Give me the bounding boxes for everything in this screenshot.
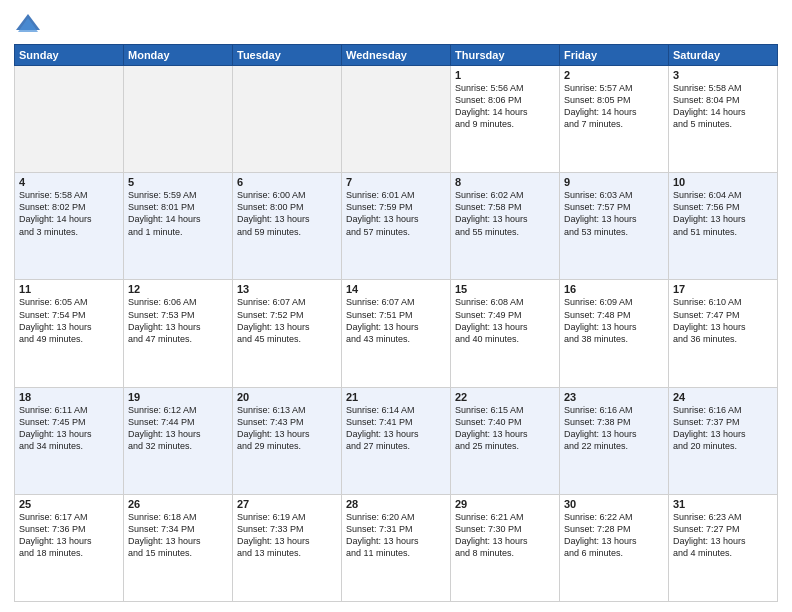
day-info: Sunrise: 6:20 AM Sunset: 7:31 PM Dayligh…: [346, 511, 446, 560]
day-info: Sunrise: 6:12 AM Sunset: 7:44 PM Dayligh…: [128, 404, 228, 453]
day-info: Sunrise: 6:17 AM Sunset: 7:36 PM Dayligh…: [19, 511, 119, 560]
page: SundayMondayTuesdayWednesdayThursdayFrid…: [0, 0, 792, 612]
day-number: 22: [455, 391, 555, 403]
calendar-table: SundayMondayTuesdayWednesdayThursdayFrid…: [14, 44, 778, 602]
day-number: 24: [673, 391, 773, 403]
calendar-cell: [233, 66, 342, 173]
day-info: Sunrise: 6:22 AM Sunset: 7:28 PM Dayligh…: [564, 511, 664, 560]
day-info: Sunrise: 5:59 AM Sunset: 8:01 PM Dayligh…: [128, 189, 228, 238]
day-number: 9: [564, 176, 664, 188]
day-info: Sunrise: 6:06 AM Sunset: 7:53 PM Dayligh…: [128, 296, 228, 345]
calendar-cell: 29Sunrise: 6:21 AM Sunset: 7:30 PM Dayli…: [451, 494, 560, 601]
logo-icon: [14, 10, 42, 38]
header: [14, 10, 778, 38]
day-number: 25: [19, 498, 119, 510]
day-info: Sunrise: 5:58 AM Sunset: 8:04 PM Dayligh…: [673, 82, 773, 131]
calendar-cell: 24Sunrise: 6:16 AM Sunset: 7:37 PM Dayli…: [669, 387, 778, 494]
day-number: 16: [564, 283, 664, 295]
calendar-cell: 3Sunrise: 5:58 AM Sunset: 8:04 PM Daylig…: [669, 66, 778, 173]
calendar-row-2: 4Sunrise: 5:58 AM Sunset: 8:02 PM Daylig…: [15, 173, 778, 280]
day-info: Sunrise: 6:11 AM Sunset: 7:45 PM Dayligh…: [19, 404, 119, 453]
calendar-cell: 2Sunrise: 5:57 AM Sunset: 8:05 PM Daylig…: [560, 66, 669, 173]
calendar-row-1: 1Sunrise: 5:56 AM Sunset: 8:06 PM Daylig…: [15, 66, 778, 173]
day-number: 28: [346, 498, 446, 510]
day-number: 3: [673, 69, 773, 81]
day-number: 14: [346, 283, 446, 295]
day-info: Sunrise: 5:56 AM Sunset: 8:06 PM Dayligh…: [455, 82, 555, 131]
day-info: Sunrise: 6:00 AM Sunset: 8:00 PM Dayligh…: [237, 189, 337, 238]
day-number: 15: [455, 283, 555, 295]
day-info: Sunrise: 6:16 AM Sunset: 7:37 PM Dayligh…: [673, 404, 773, 453]
calendar-cell: [342, 66, 451, 173]
day-number: 19: [128, 391, 228, 403]
day-number: 30: [564, 498, 664, 510]
day-number: 18: [19, 391, 119, 403]
calendar-cell: 5Sunrise: 5:59 AM Sunset: 8:01 PM Daylig…: [124, 173, 233, 280]
day-number: 21: [346, 391, 446, 403]
calendar-cell: 25Sunrise: 6:17 AM Sunset: 7:36 PM Dayli…: [15, 494, 124, 601]
day-number: 31: [673, 498, 773, 510]
calendar-cell: 22Sunrise: 6:15 AM Sunset: 7:40 PM Dayli…: [451, 387, 560, 494]
weekday-header-wednesday: Wednesday: [342, 45, 451, 66]
day-number: 6: [237, 176, 337, 188]
day-info: Sunrise: 6:18 AM Sunset: 7:34 PM Dayligh…: [128, 511, 228, 560]
calendar-cell: 31Sunrise: 6:23 AM Sunset: 7:27 PM Dayli…: [669, 494, 778, 601]
day-number: 29: [455, 498, 555, 510]
calendar-row-5: 25Sunrise: 6:17 AM Sunset: 7:36 PM Dayli…: [15, 494, 778, 601]
calendar-cell: 8Sunrise: 6:02 AM Sunset: 7:58 PM Daylig…: [451, 173, 560, 280]
day-info: Sunrise: 6:04 AM Sunset: 7:56 PM Dayligh…: [673, 189, 773, 238]
day-info: Sunrise: 6:14 AM Sunset: 7:41 PM Dayligh…: [346, 404, 446, 453]
calendar-cell: 18Sunrise: 6:11 AM Sunset: 7:45 PM Dayli…: [15, 387, 124, 494]
calendar-row-3: 11Sunrise: 6:05 AM Sunset: 7:54 PM Dayli…: [15, 280, 778, 387]
calendar-cell: 21Sunrise: 6:14 AM Sunset: 7:41 PM Dayli…: [342, 387, 451, 494]
day-info: Sunrise: 6:10 AM Sunset: 7:47 PM Dayligh…: [673, 296, 773, 345]
calendar-cell: 15Sunrise: 6:08 AM Sunset: 7:49 PM Dayli…: [451, 280, 560, 387]
weekday-header-row: SundayMondayTuesdayWednesdayThursdayFrid…: [15, 45, 778, 66]
calendar-cell: 10Sunrise: 6:04 AM Sunset: 7:56 PM Dayli…: [669, 173, 778, 280]
logo: [14, 10, 46, 38]
weekday-header-saturday: Saturday: [669, 45, 778, 66]
calendar-cell: 9Sunrise: 6:03 AM Sunset: 7:57 PM Daylig…: [560, 173, 669, 280]
weekday-header-friday: Friday: [560, 45, 669, 66]
calendar-cell: 20Sunrise: 6:13 AM Sunset: 7:43 PM Dayli…: [233, 387, 342, 494]
weekday-header-sunday: Sunday: [15, 45, 124, 66]
calendar-cell: 19Sunrise: 6:12 AM Sunset: 7:44 PM Dayli…: [124, 387, 233, 494]
day-info: Sunrise: 6:13 AM Sunset: 7:43 PM Dayligh…: [237, 404, 337, 453]
day-number: 26: [128, 498, 228, 510]
day-info: Sunrise: 6:01 AM Sunset: 7:59 PM Dayligh…: [346, 189, 446, 238]
calendar-cell: [124, 66, 233, 173]
calendar-cell: 13Sunrise: 6:07 AM Sunset: 7:52 PM Dayli…: [233, 280, 342, 387]
calendar-cell: 1Sunrise: 5:56 AM Sunset: 8:06 PM Daylig…: [451, 66, 560, 173]
day-info: Sunrise: 6:07 AM Sunset: 7:51 PM Dayligh…: [346, 296, 446, 345]
calendar-cell: 27Sunrise: 6:19 AM Sunset: 7:33 PM Dayli…: [233, 494, 342, 601]
day-info: Sunrise: 6:09 AM Sunset: 7:48 PM Dayligh…: [564, 296, 664, 345]
day-number: 8: [455, 176, 555, 188]
calendar-cell: 30Sunrise: 6:22 AM Sunset: 7:28 PM Dayli…: [560, 494, 669, 601]
weekday-header-monday: Monday: [124, 45, 233, 66]
day-number: 5: [128, 176, 228, 188]
weekday-header-thursday: Thursday: [451, 45, 560, 66]
day-info: Sunrise: 6:08 AM Sunset: 7:49 PM Dayligh…: [455, 296, 555, 345]
calendar-cell: [15, 66, 124, 173]
day-number: 4: [19, 176, 119, 188]
calendar-row-4: 18Sunrise: 6:11 AM Sunset: 7:45 PM Dayli…: [15, 387, 778, 494]
calendar-cell: 26Sunrise: 6:18 AM Sunset: 7:34 PM Dayli…: [124, 494, 233, 601]
day-number: 20: [237, 391, 337, 403]
day-number: 11: [19, 283, 119, 295]
day-info: Sunrise: 6:02 AM Sunset: 7:58 PM Dayligh…: [455, 189, 555, 238]
weekday-header-tuesday: Tuesday: [233, 45, 342, 66]
calendar-cell: 16Sunrise: 6:09 AM Sunset: 7:48 PM Dayli…: [560, 280, 669, 387]
day-number: 13: [237, 283, 337, 295]
day-info: Sunrise: 6:15 AM Sunset: 7:40 PM Dayligh…: [455, 404, 555, 453]
calendar-cell: 6Sunrise: 6:00 AM Sunset: 8:00 PM Daylig…: [233, 173, 342, 280]
calendar-cell: 23Sunrise: 6:16 AM Sunset: 7:38 PM Dayli…: [560, 387, 669, 494]
day-info: Sunrise: 5:57 AM Sunset: 8:05 PM Dayligh…: [564, 82, 664, 131]
calendar-cell: 17Sunrise: 6:10 AM Sunset: 7:47 PM Dayli…: [669, 280, 778, 387]
day-info: Sunrise: 6:07 AM Sunset: 7:52 PM Dayligh…: [237, 296, 337, 345]
day-info: Sunrise: 5:58 AM Sunset: 8:02 PM Dayligh…: [19, 189, 119, 238]
day-number: 10: [673, 176, 773, 188]
day-number: 1: [455, 69, 555, 81]
calendar-cell: 14Sunrise: 6:07 AM Sunset: 7:51 PM Dayli…: [342, 280, 451, 387]
calendar-cell: 11Sunrise: 6:05 AM Sunset: 7:54 PM Dayli…: [15, 280, 124, 387]
day-number: 17: [673, 283, 773, 295]
